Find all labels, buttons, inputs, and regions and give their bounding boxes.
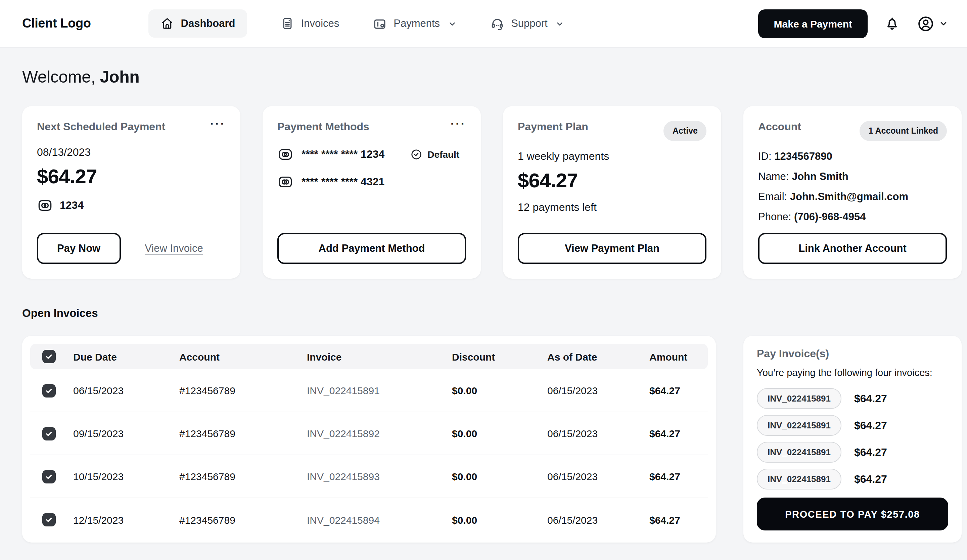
main-nav: Dashboard Invoices Payments (149, 10, 564, 38)
invoice-link[interactable]: INV_022415893 (307, 471, 452, 482)
notifications-button[interactable] (884, 16, 900, 31)
ellipsis-icon[interactable]: ··· (210, 121, 226, 128)
chevron-down-icon (556, 19, 564, 28)
next-payment-date: 08/13/2023 (37, 147, 226, 158)
cell-due-date: 10/15/2023 (73, 471, 179, 482)
account-menu-button[interactable] (917, 15, 948, 33)
cell-account: #123456789 (179, 428, 307, 439)
pay-invoices-panel: Pay Invoice(s) You’re paying the followi… (743, 336, 962, 542)
payment-method-row: **** **** **** 1234 Default (277, 147, 466, 163)
main-content: Welcome, John Next Scheduled Payment ···… (0, 67, 967, 542)
account-phone-value: (706)-968-4954 (794, 211, 866, 222)
cell-account: #123456789 (179, 514, 307, 525)
row-checkbox[interactable] (42, 513, 56, 526)
pay-item-row: INV_022415891 $64.27 (757, 415, 948, 436)
page-title: Welcome, John (22, 67, 962, 87)
open-invoices-title: Open Invoices (22, 307, 962, 320)
account-email-value: John.Smith@gmail.com (790, 191, 908, 202)
topbar: Client Logo Dashboard Invoices (0, 0, 967, 48)
nav-item-payments[interactable]: Payments (373, 16, 457, 31)
payment-methods-card: Payment Methods ··· **** **** **** 1234 (262, 106, 481, 278)
next-payment-amount: $64.27 (37, 165, 226, 188)
check-circle-icon (410, 148, 422, 160)
invoice-amount: $64.27 (854, 392, 887, 405)
headset-icon (490, 16, 504, 31)
invoice-amount: $64.27 (854, 419, 887, 432)
cell-due-date: 12/15/2023 (73, 514, 179, 525)
plan-remaining: 12 payments left (518, 201, 706, 214)
pay-item-row: INV_022415891 $64.27 (757, 469, 948, 489)
client-logo: Client Logo (22, 16, 91, 31)
card-title: Payment Methods (277, 121, 369, 133)
summary-cards: Next Scheduled Payment ··· 08/13/2023 $6… (22, 106, 962, 278)
account-name-value: John Smith (792, 171, 848, 182)
account-name-label: Name: (758, 171, 792, 182)
nav-label-dashboard: Dashboard (181, 18, 235, 30)
row-checkbox[interactable] (42, 427, 56, 440)
invoice-chip: INV_022415891 (757, 469, 842, 489)
table-row: 10/15/2023 #123456789 INV_022415893 $0.0… (30, 455, 708, 498)
nav-item-dashboard[interactable]: Dashboard (149, 10, 248, 38)
invoices-table: Due Date Account Invoice Discount As of … (22, 336, 716, 542)
column-header-discount: Discount (452, 351, 547, 362)
card-icon (37, 198, 53, 214)
invoice-link[interactable]: INV_022415892 (307, 428, 452, 439)
proceed-to-pay-button[interactable]: PROCEED TO PAY $257.08 (757, 497, 948, 530)
welcome-text: Welcome, (22, 67, 100, 86)
payment-plan-card: Payment Plan Active 1 weekly payments $6… (503, 106, 721, 278)
account-id-label: ID: (758, 150, 774, 162)
select-all-checkbox[interactable] (42, 350, 56, 363)
welcome-name: John (100, 67, 140, 86)
invoice-chip: INV_022415891 (757, 442, 842, 463)
cell-as-of-date: 06/15/2023 (547, 514, 649, 525)
row-checkbox[interactable] (42, 470, 56, 483)
invoice-chip: INV_022415891 (757, 388, 842, 409)
table-row: 12/15/2023 #123456789 INV_022415894 $0.0… (30, 498, 708, 541)
nav-item-support[interactable]: Support (490, 16, 564, 31)
default-method-tag: Default (410, 148, 459, 160)
card-icon (277, 174, 294, 190)
table-row: 09/15/2023 #123456789 INV_022415892 $0.0… (30, 412, 708, 455)
cell-discount: $0.00 (452, 514, 547, 525)
nav-item-invoices[interactable]: Invoices (281, 17, 340, 30)
cell-amount: $64.27 (649, 385, 708, 396)
nav-label-support: Support (511, 18, 548, 30)
pay-item-row: INV_022415891 $64.27 (757, 388, 948, 409)
invoice-link[interactable]: INV_022415894 (307, 514, 452, 525)
account-email-line: Email: John.Smith@gmail.com (758, 191, 947, 203)
cell-discount: $0.00 (452, 428, 547, 439)
cell-as-of-date: 06/15/2023 (547, 428, 649, 439)
pay-now-button[interactable]: Pay Now (37, 233, 120, 264)
account-email-label: Email: (758, 191, 790, 202)
view-payment-plan-button[interactable]: View Payment Plan (518, 233, 706, 264)
make-a-payment-button[interactable]: Make a Payment (759, 9, 868, 38)
card-icon (277, 147, 294, 163)
cell-amount: $64.27 (649, 428, 708, 439)
account-phone-line: Phone: (706)-968-4954 (758, 211, 947, 223)
default-label: Default (427, 149, 459, 160)
cell-amount: $64.27 (649, 471, 708, 482)
wallet-icon (373, 16, 387, 31)
cell-amount: $64.27 (649, 514, 708, 525)
masked-card-number: **** **** **** 4321 (302, 176, 384, 188)
invoice-chip: INV_022415891 (757, 415, 842, 436)
ellipsis-icon[interactable]: ··· (450, 121, 466, 128)
account-card: Account 1 Account Linked ID: 1234567890 … (743, 106, 962, 278)
invoice-link[interactable]: INV_022415891 (307, 385, 452, 396)
plan-amount: $64.27 (518, 169, 706, 192)
link-another-account-button[interactable]: Link Another Account (758, 233, 947, 264)
cell-due-date: 06/15/2023 (73, 385, 179, 396)
pay-panel-subtitle: You’re paying the following four invoice… (757, 367, 948, 378)
row-checkbox[interactable] (42, 384, 56, 397)
masked-card-number: **** **** **** 1234 (302, 148, 384, 160)
add-payment-method-button[interactable]: Add Payment Method (277, 233, 466, 264)
column-header-account: Account (179, 351, 307, 362)
invoice-icon (281, 17, 294, 30)
nav-label-invoices: Invoices (301, 18, 340, 30)
view-invoice-link[interactable]: View Invoice (145, 242, 203, 254)
table-header-row: Due Date Account Invoice Discount As of … (30, 344, 708, 369)
card-title: Payment Plan (518, 121, 588, 133)
invoices-section: Due Date Account Invoice Discount As of … (22, 336, 962, 542)
invoice-amount: $64.27 (854, 446, 887, 458)
status-badge: Active (664, 121, 706, 141)
